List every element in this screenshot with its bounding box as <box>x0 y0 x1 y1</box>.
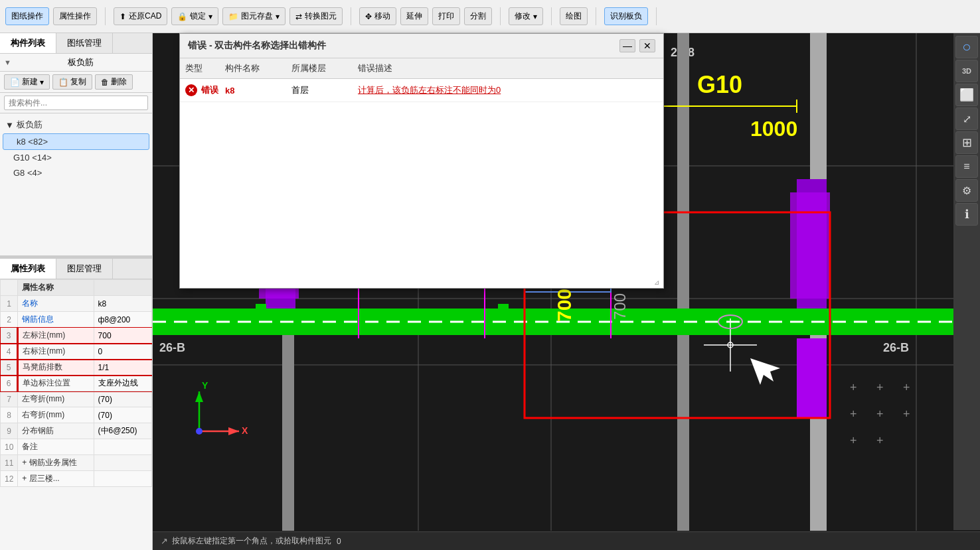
prop-value-6[interactable]: 支座外边线 <box>94 376 151 391</box>
dropdown-arrow: ▼ <box>4 58 11 66</box>
left-panel-top: 构件列表 图纸管理 ▼ 板负筋 📄 新建 ▾ 📋 复制 🗑 删除 ▼ 板负筋 <box>0 33 153 259</box>
modify-btn[interactable]: 修改 ▾ <box>509 7 543 25</box>
prop-name-5: 马凳筋排数 <box>18 360 94 376</box>
tab-drawing-ops[interactable]: 图纸操作 <box>5 7 49 25</box>
top-toolbar: 图纸操作 属性操作 ⬆ 还原CAD 🔒 锁定 ▾ 📁 图元存盘 ▾ ⇄ 转换图元… <box>0 0 980 33</box>
tool-layers-icon[interactable]: ≡ <box>955 155 978 178</box>
prop-value-4[interactable]: 0 <box>94 344 151 360</box>
tab-property-list[interactable]: 属性列表 <box>0 259 56 279</box>
figure-library-btn[interactable]: 📁 图元存盘 ▾ <box>222 7 286 25</box>
lock-btn[interactable]: 🔒 锁定 ▾ <box>171 7 218 25</box>
toolbar-cad-tools: ⬆ 还原CAD 🔒 锁定 ▾ 📁 图元存盘 ▾ ⇄ 转换图元 <box>114 7 351 25</box>
dialog-title-bar: 错误 - 双击构件名称选择出错构件 — ✕ <box>180 34 663 58</box>
move-btn[interactable]: ✥ 移动 <box>359 7 396 25</box>
dialog-title: 错误 - 双击构件名称选择出错构件 <box>188 40 326 52</box>
svg-text:+: + <box>850 407 857 421</box>
tool-box-icon[interactable]: ⬜ <box>955 84 978 106</box>
col-header-num <box>1 280 18 296</box>
component-panel-tabs: 构件列表 图纸管理 <box>0 33 152 54</box>
recognize-slab-btn[interactable]: 识别板负 <box>604 7 648 25</box>
svg-text:+: + <box>850 381 857 394</box>
tab-attr-ops[interactable]: 属性操作 <box>53 7 97 25</box>
svg-text:Y: Y <box>202 380 208 391</box>
svg-marker-56 <box>228 427 239 435</box>
dialog-minimize-btn[interactable]: — <box>619 39 635 52</box>
toolbar-edit-tools: ✥ 移动 延伸 打印 分割 <box>359 7 501 25</box>
tab-layer-manage[interactable]: 图层管理 <box>56 259 113 279</box>
delete-label: 删除 <box>111 76 127 88</box>
svg-text:26-B: 26-B <box>883 341 909 354</box>
delete-btn[interactable]: 🗑 删除 <box>95 74 133 90</box>
tree-item-g10[interactable]: G10 <14> <box>0 150 152 165</box>
tool-circle-icon[interactable]: ○ <box>955 36 978 58</box>
move-label: 移动 <box>374 11 390 22</box>
copy-btn[interactable]: 📋 复制 <box>52 74 92 90</box>
prop-value-2: ф8@200 <box>94 312 151 328</box>
lock-arrow: ▾ <box>208 12 212 21</box>
tool-info-icon[interactable]: ℹ <box>955 203 978 226</box>
svg-rect-42 <box>256 304 266 314</box>
tree-group-header[interactable]: ▼ 板负筋 <box>0 116 152 133</box>
convert-figure-btn[interactable]: ⇄ 转换图元 <box>289 7 343 25</box>
prop-name-3: 左标注(mm) <box>18 328 94 344</box>
lock-label: 锁定 <box>190 11 206 22</box>
tab-drawing-manage[interactable]: 图纸管理 <box>56 33 113 53</box>
convert-icon: ⇄ <box>295 12 302 21</box>
prop-name-1: 名称 <box>18 296 94 312</box>
error-row[interactable]: ✕ 错误 k8 首层 计算后，该负筋左右标注不能同时为0 <box>180 79 663 102</box>
tool-settings-icon[interactable]: ⚙ <box>955 179 978 202</box>
svg-text:X: X <box>242 425 248 436</box>
tab-component-list[interactable]: 构件列表 <box>0 33 56 53</box>
stretch-btn[interactable]: 延伸 <box>400 7 428 25</box>
draw-btn[interactable]: 绘图 <box>560 7 588 25</box>
prop-row-num-6: 6 <box>1 376 18 391</box>
move-icon: ✥ <box>365 12 372 21</box>
convert-label: 转换图元 <box>305 11 337 22</box>
dialog-resize-handle[interactable]: ⊿ <box>654 279 662 287</box>
svg-text:26-B: 26-B <box>159 341 185 354</box>
prop-value-3[interactable]: 700 <box>94 328 151 344</box>
panel-actions: 📄 新建 ▾ 📋 复制 🗑 删除 <box>0 72 152 93</box>
property-table-container: 属性名称 1名称k82钢筋信息ф8@2003左标注(mm)7004右标注(mm)… <box>0 279 152 550</box>
svg-text:+: + <box>903 407 910 421</box>
new-arrow: ▾ <box>40 78 44 87</box>
prop-name-10: 备注 <box>18 439 94 455</box>
stretch-label: 延伸 <box>406 11 422 22</box>
attr-ops-label: 属性操作 <box>59 11 91 22</box>
prop-name-2: 钢筋信息 <box>18 312 94 328</box>
dropdown-value[interactable]: 板负筋 <box>14 56 148 68</box>
restore-cad-label: 还原CAD <box>129 11 161 22</box>
tree-section: ▼ 板负筋 k8 <82> G10 <14> G8 <4> <box>0 113 152 259</box>
tree-item-g8[interactable]: G8 <4> <box>0 165 152 180</box>
prop-row-num-3: 3 <box>1 328 18 344</box>
error-dialog: 错误 - 双击构件名称选择出错构件 — ✕ 类型 构件名称 所属楼层 错误描述 … <box>179 33 664 289</box>
svg-text:+: + <box>876 434 884 447</box>
prop-row-num-5: 5 <box>1 360 18 376</box>
restore-cad-btn[interactable]: ⬆ 还原CAD <box>114 7 167 25</box>
figure-library-arrow: ▾ <box>276 12 280 21</box>
tool-3d-btn[interactable]: 3D <box>955 60 978 82</box>
tool-expand-icon[interactable]: ⤢ <box>955 107 978 130</box>
svg-rect-17 <box>790 192 830 299</box>
panel-divider[interactable] <box>0 255 153 259</box>
split-btn[interactable]: 分割 <box>464 7 492 25</box>
prop-name-4: 右标注(mm) <box>18 344 94 360</box>
prop-row-num-9: 9 <box>1 423 18 439</box>
error-member-name: k8 <box>225 86 291 96</box>
error-icon: ✕ <box>185 84 197 96</box>
svg-text:+: + <box>876 407 884 421</box>
tree-item-k8[interactable]: k8 <82> <box>3 133 149 150</box>
print-btn[interactable]: 打印 <box>432 7 460 25</box>
restore-icon: ⬆ <box>120 12 126 21</box>
search-input[interactable] <box>4 96 148 110</box>
svg-rect-12 <box>677 33 689 531</box>
status-coords: 0 <box>337 537 341 546</box>
col-member-name: 构件名称 <box>225 62 291 74</box>
prop-value-5[interactable]: 1/1 <box>94 360 151 376</box>
tool-grid-icon[interactable]: ⊞ <box>955 131 978 154</box>
dialog-close-btn[interactable]: ✕ <box>639 39 655 52</box>
prop-value-10 <box>94 439 151 455</box>
svg-text:+: + <box>850 434 857 447</box>
new-btn[interactable]: 📄 新建 ▾ <box>4 74 50 90</box>
status-bar: ↗ 按鼠标左键指定第一个角点，或拾取构件图元 0 <box>153 531 980 550</box>
